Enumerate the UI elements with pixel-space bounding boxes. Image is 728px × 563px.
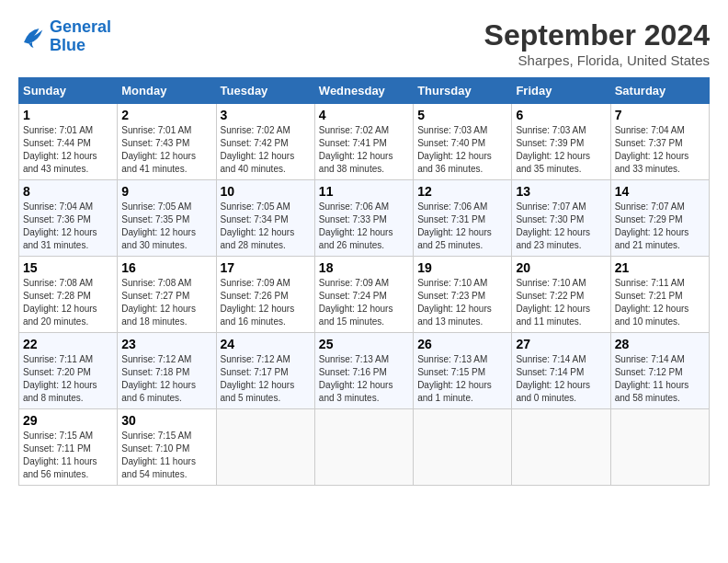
logo: General Blue (18, 18, 111, 55)
calendar-cell-22: 22Sunrise: 7:11 AM Sunset: 7:20 PM Dayli… (19, 333, 118, 409)
weekday-header-saturday: Saturday (610, 78, 709, 104)
day-number: 12 (417, 184, 507, 199)
calendar-cell-28: 28Sunrise: 7:14 AM Sunset: 7:12 PM Dayli… (610, 333, 709, 409)
calendar-cell-empty (216, 409, 314, 486)
calendar-cell-21: 21Sunrise: 7:11 AM Sunset: 7:21 PM Dayli… (610, 257, 709, 333)
day-info: Sunrise: 7:09 AM Sunset: 7:26 PM Dayligh… (221, 277, 311, 328)
month-title: September 2024 (484, 18, 710, 52)
calendar-cell-12: 12Sunrise: 7:06 AM Sunset: 7:31 PM Dayli… (414, 180, 512, 257)
calendar-week-2: 8Sunrise: 7:04 AM Sunset: 7:36 PM Daylig… (19, 180, 710, 257)
calendar-cell-10: 10Sunrise: 7:05 AM Sunset: 7:34 PM Dayli… (216, 180, 314, 257)
day-number: 17 (221, 260, 311, 275)
day-info: Sunrise: 7:05 AM Sunset: 7:34 PM Dayligh… (221, 201, 311, 252)
day-number: 20 (516, 260, 606, 275)
day-info: Sunrise: 7:13 AM Sunset: 7:16 PM Dayligh… (319, 353, 409, 405)
calendar-cell-18: 18Sunrise: 7:09 AM Sunset: 7:24 PM Dayli… (314, 257, 413, 333)
day-info: Sunrise: 7:07 AM Sunset: 7:30 PM Dayligh… (516, 201, 606, 252)
day-number: 19 (417, 260, 507, 275)
page-header: General Blue September 2024 Sharpes, Flo… (18, 18, 710, 68)
calendar-week-3: 15Sunrise: 7:08 AM Sunset: 7:28 PM Dayli… (19, 257, 710, 333)
calendar-cell-empty (512, 409, 610, 486)
day-number: 2 (121, 108, 211, 122)
calendar-cell-9: 9Sunrise: 7:05 AM Sunset: 7:35 PM Daylig… (118, 180, 216, 257)
day-number: 27 (516, 337, 606, 351)
day-info: Sunrise: 7:02 AM Sunset: 7:41 PM Dayligh… (319, 124, 409, 176)
day-info: Sunrise: 7:08 AM Sunset: 7:28 PM Dayligh… (23, 277, 113, 328)
weekday-header-monday: Monday (118, 78, 216, 104)
day-number: 8 (23, 184, 113, 199)
day-number: 15 (23, 260, 113, 275)
day-number: 4 (319, 108, 409, 122)
calendar-cell-empty (414, 409, 512, 486)
calendar-cell-25: 25Sunrise: 7:13 AM Sunset: 7:16 PM Dayli… (314, 333, 413, 409)
calendar-cell-5: 5Sunrise: 7:03 AM Sunset: 7:40 PM Daylig… (414, 104, 512, 180)
calendar-cell-empty (314, 409, 413, 486)
day-info: Sunrise: 7:08 AM Sunset: 7:27 PM Dayligh… (121, 277, 211, 328)
calendar-cell-14: 14Sunrise: 7:07 AM Sunset: 7:29 PM Dayli… (610, 180, 709, 257)
calendar-cell-29: 29Sunrise: 7:15 AM Sunset: 7:11 PM Dayli… (19, 409, 118, 486)
calendar-cell-26: 26Sunrise: 7:13 AM Sunset: 7:15 PM Dayli… (414, 333, 512, 409)
day-info: Sunrise: 7:04 AM Sunset: 7:36 PM Dayligh… (23, 201, 113, 252)
day-number: 28 (615, 337, 705, 351)
weekday-header-tuesday: Tuesday (216, 78, 314, 104)
day-info: Sunrise: 7:01 AM Sunset: 7:43 PM Dayligh… (121, 124, 211, 176)
weekday-header-row: SundayMondayTuesdayWednesdayThursdayFrid… (19, 78, 710, 104)
weekday-header-wednesday: Wednesday (314, 78, 413, 104)
day-number: 22 (23, 337, 113, 351)
day-number: 10 (221, 184, 311, 199)
calendar-cell-8: 8Sunrise: 7:04 AM Sunset: 7:36 PM Daylig… (19, 180, 118, 257)
calendar-cell-3: 3Sunrise: 7:02 AM Sunset: 7:42 PM Daylig… (216, 104, 314, 180)
day-info: Sunrise: 7:05 AM Sunset: 7:35 PM Dayligh… (121, 201, 211, 252)
day-number: 11 (319, 184, 409, 199)
day-info: Sunrise: 7:11 AM Sunset: 7:21 PM Dayligh… (615, 277, 705, 328)
calendar-cell-6: 6Sunrise: 7:03 AM Sunset: 7:39 PM Daylig… (512, 104, 610, 180)
day-info: Sunrise: 7:10 AM Sunset: 7:22 PM Dayligh… (516, 277, 606, 328)
day-number: 30 (121, 413, 211, 428)
day-number: 21 (615, 260, 705, 275)
day-number: 29 (23, 413, 113, 428)
title-area: September 2024 Sharpes, Florida, United … (484, 18, 710, 68)
calendar-cell-empty (610, 409, 709, 486)
calendar-week-4: 22Sunrise: 7:11 AM Sunset: 7:20 PM Dayli… (19, 333, 710, 409)
calendar-cell-15: 15Sunrise: 7:08 AM Sunset: 7:28 PM Dayli… (19, 257, 118, 333)
day-info: Sunrise: 7:07 AM Sunset: 7:29 PM Dayligh… (615, 201, 705, 252)
day-info: Sunrise: 7:14 AM Sunset: 7:12 PM Dayligh… (615, 353, 705, 405)
day-number: 1 (23, 108, 113, 122)
day-number: 13 (516, 184, 606, 199)
calendar-cell-1: 1Sunrise: 7:01 AM Sunset: 7:44 PM Daylig… (19, 104, 118, 180)
day-info: Sunrise: 7:13 AM Sunset: 7:15 PM Dayligh… (417, 353, 507, 405)
calendar-cell-20: 20Sunrise: 7:10 AM Sunset: 7:22 PM Dayli… (512, 257, 610, 333)
day-info: Sunrise: 7:03 AM Sunset: 7:40 PM Dayligh… (417, 124, 507, 176)
calendar-week-1: 1Sunrise: 7:01 AM Sunset: 7:44 PM Daylig… (19, 104, 710, 180)
day-number: 18 (319, 260, 409, 275)
location-title: Sharpes, Florida, United States (484, 52, 710, 68)
day-info: Sunrise: 7:10 AM Sunset: 7:23 PM Dayligh… (417, 277, 507, 328)
day-number: 26 (417, 337, 507, 351)
day-info: Sunrise: 7:09 AM Sunset: 7:24 PM Dayligh… (319, 277, 409, 328)
day-info: Sunrise: 7:12 AM Sunset: 7:18 PM Dayligh… (121, 353, 211, 405)
day-number: 5 (417, 108, 507, 122)
calendar-cell-2: 2Sunrise: 7:01 AM Sunset: 7:43 PM Daylig… (118, 104, 216, 180)
day-number: 23 (121, 337, 211, 351)
day-info: Sunrise: 7:15 AM Sunset: 7:11 PM Dayligh… (23, 430, 113, 481)
day-info: Sunrise: 7:14 AM Sunset: 7:14 PM Dayligh… (516, 353, 606, 405)
calendar-cell-17: 17Sunrise: 7:09 AM Sunset: 7:26 PM Dayli… (216, 257, 314, 333)
day-info: Sunrise: 7:06 AM Sunset: 7:31 PM Dayligh… (417, 201, 507, 252)
calendar-cell-27: 27Sunrise: 7:14 AM Sunset: 7:14 PM Dayli… (512, 333, 610, 409)
weekday-header-thursday: Thursday (414, 78, 512, 104)
day-number: 9 (121, 184, 211, 199)
day-number: 6 (516, 108, 606, 122)
day-number: 3 (221, 108, 311, 122)
calendar-cell-19: 19Sunrise: 7:10 AM Sunset: 7:23 PM Dayli… (414, 257, 512, 333)
day-info: Sunrise: 7:03 AM Sunset: 7:39 PM Dayligh… (516, 124, 606, 176)
day-info: Sunrise: 7:06 AM Sunset: 7:33 PM Dayligh… (319, 201, 409, 252)
calendar-week-5: 29Sunrise: 7:15 AM Sunset: 7:11 PM Dayli… (19, 409, 710, 486)
day-number: 7 (615, 108, 705, 122)
calendar-cell-11: 11Sunrise: 7:06 AM Sunset: 7:33 PM Dayli… (314, 180, 413, 257)
day-info: Sunrise: 7:12 AM Sunset: 7:17 PM Dayligh… (221, 353, 311, 405)
calendar-cell-24: 24Sunrise: 7:12 AM Sunset: 7:17 PM Dayli… (216, 333, 314, 409)
logo-text: General Blue (50, 18, 111, 55)
calendar-cell-4: 4Sunrise: 7:02 AM Sunset: 7:41 PM Daylig… (314, 104, 413, 180)
weekday-header-sunday: Sunday (19, 78, 118, 104)
logo-icon (18, 23, 46, 51)
